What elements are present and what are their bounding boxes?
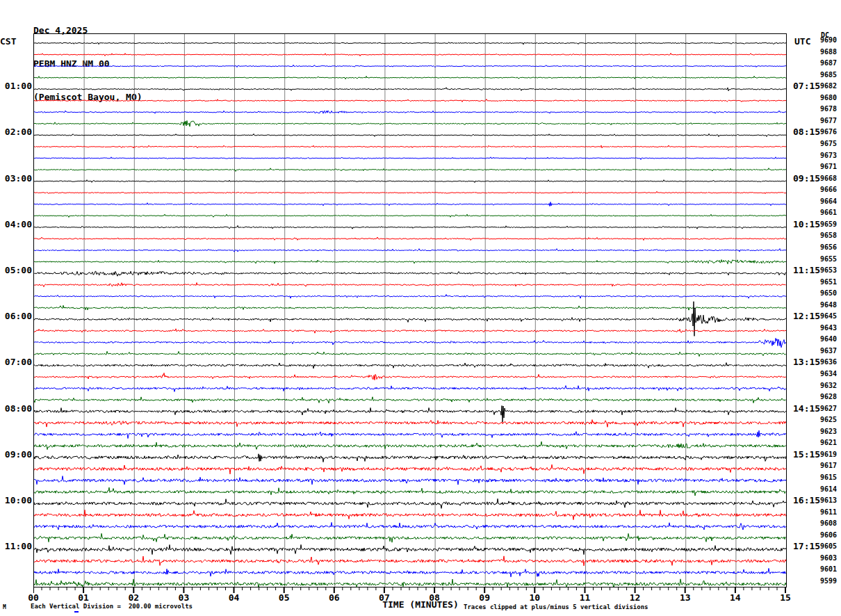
dc-offset-value: 9653 xyxy=(820,267,841,274)
minute-label: 13 xyxy=(676,593,694,602)
minute-label: 15 xyxy=(776,593,794,602)
vertical-division-note: Each Vertical Division = 200.00 microvol… xyxy=(31,603,193,610)
dc-offset-value: 9605 xyxy=(820,543,841,550)
dc-offset-value: 9661 xyxy=(820,209,841,216)
cst-hour-label: 04:00 xyxy=(0,220,32,229)
dc-offset-value: 9599 xyxy=(820,578,841,585)
helicorder-page: Dec 4,2025 PEBM HNZ NM 00 (Pemiscot Bayo… xyxy=(0,0,841,616)
cst-hour-label: 06:00 xyxy=(0,311,32,321)
corner-mark: M xyxy=(3,604,6,610)
dc-offset-value: 9682 xyxy=(820,83,841,90)
minute-label: 02 xyxy=(124,593,142,602)
dc-offset-value: 9687 xyxy=(820,60,841,67)
minute-label: 12 xyxy=(626,593,644,602)
dc-offset-value: 9651 xyxy=(820,279,841,286)
dc-offset-value: 9640 xyxy=(820,336,841,343)
cst-hour-label: 10:00 xyxy=(0,496,32,505)
dc-offset-value: 9655 xyxy=(820,256,841,263)
dc-offset-value: 9601 xyxy=(820,566,841,573)
dc-offset-value: 9650 xyxy=(820,290,841,297)
dc-offset-value: 9619 xyxy=(820,451,841,458)
cst-hour-label: 02:00 xyxy=(0,127,32,137)
dc-offset-value: 9680 xyxy=(820,95,841,102)
cst-hour-label: 01:00 xyxy=(0,81,32,91)
dc-offset-value: 9632 xyxy=(820,382,841,389)
cst-hour-label: 05:00 xyxy=(0,266,32,275)
dc-offset-value: 9690 xyxy=(820,37,841,44)
minute-label: 01 xyxy=(74,593,92,602)
dc-offset-value: 9615 xyxy=(820,474,841,481)
dc-offset-value: 9677 xyxy=(820,117,841,124)
cst-hour-label: 03:00 xyxy=(0,174,32,184)
plot-area xyxy=(33,33,787,587)
dc-offset-value: 9603 xyxy=(820,555,841,562)
dc-offset-value: 9623 xyxy=(820,428,841,435)
dc-offset-value: 9648 xyxy=(820,302,841,309)
dc-offset-value: 9678 xyxy=(820,106,841,113)
dc-offset-value: 9628 xyxy=(820,394,841,400)
dc-offset-value: 9659 xyxy=(820,221,841,228)
clip-note: Traces clipped at plus/minus 5 vertical … xyxy=(464,603,648,610)
dc-offset-value: 9625 xyxy=(820,416,841,423)
dc-offset-value: 9666 xyxy=(820,186,841,193)
minute-label: 00 xyxy=(24,593,42,602)
dc-offset-value: 9627 xyxy=(820,405,841,412)
minute-label: 03 xyxy=(174,593,193,602)
dc-offset-value: 9614 xyxy=(820,486,841,493)
minute-label: 05 xyxy=(275,593,293,602)
minute-label: 11 xyxy=(575,593,594,602)
dc-offset-value: 9656 xyxy=(820,244,841,251)
utc-axis-label: UTC xyxy=(794,36,810,47)
dc-offset-value: 9676 xyxy=(820,129,841,136)
dc-offset-value: 9608 xyxy=(820,520,841,527)
dc-offset-value: 9671 xyxy=(820,163,841,170)
dc-offset-value: 9675 xyxy=(820,140,841,147)
dc-offset-value: 9658 xyxy=(820,232,841,239)
cst-hour-label: 08:00 xyxy=(0,404,32,414)
dc-offset-value: 9637 xyxy=(820,348,841,355)
dc-offset-value: 9668 xyxy=(820,175,841,182)
dc-offset-value: 9685 xyxy=(820,72,841,79)
seismic-traces xyxy=(34,34,786,587)
dc-offset-value: 9645 xyxy=(820,313,841,320)
cst-hour-label: 07:00 xyxy=(0,357,32,367)
minute-label: 14 xyxy=(726,593,744,602)
minute-label: 10 xyxy=(525,593,544,602)
dc-offset-value: 9664 xyxy=(820,198,841,205)
dc-offset-value: 9636 xyxy=(820,359,841,366)
dc-offset-value: 9606 xyxy=(820,532,841,539)
blue-tick-mark xyxy=(74,611,79,613)
dc-offset-value: 9617 xyxy=(820,462,841,469)
cst-hour-label: 09:00 xyxy=(0,450,32,460)
dc-offset-value: 9621 xyxy=(820,439,841,446)
cst-axis-label: CST xyxy=(0,36,16,47)
dc-offset-value: 9688 xyxy=(820,49,841,56)
cst-hour-label: 11:00 xyxy=(0,542,32,551)
dc-offset-value: 9611 xyxy=(820,509,841,516)
dc-offset-value: 9673 xyxy=(820,152,841,159)
dc-offset-value: 9634 xyxy=(820,371,841,378)
dc-offset-value: 9613 xyxy=(820,497,841,504)
dc-offset-value: 9643 xyxy=(820,325,841,332)
minute-label: 04 xyxy=(225,593,243,602)
